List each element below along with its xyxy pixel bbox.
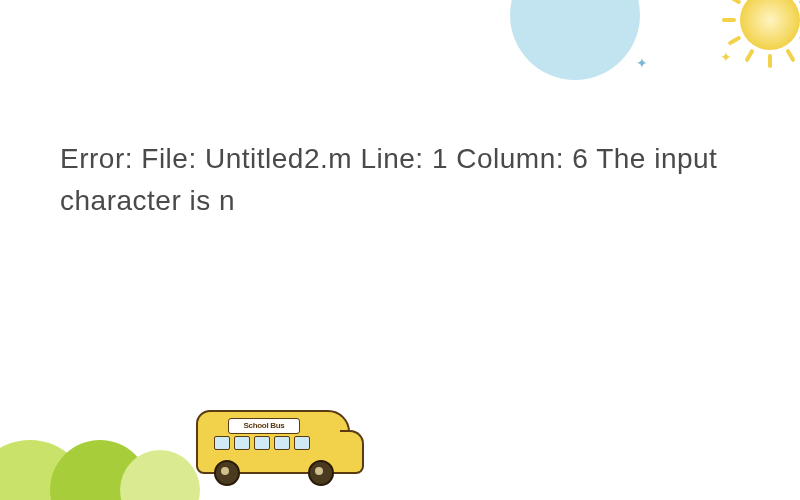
error-line-no: 1 [432, 143, 448, 174]
error-file-label: File: [141, 143, 196, 174]
bus-window-icon [214, 436, 230, 450]
star-icon: ✦ [636, 56, 650, 70]
wheel-icon [308, 460, 334, 486]
sun-ray-icon [722, 18, 736, 22]
error-column-no: 6 [572, 143, 588, 174]
error-prefix: Error: [60, 143, 133, 174]
page-background: ✦ ✦ Error: File: Untitled2.m Line: 1 Col… [0, 0, 800, 500]
star-icon: ✦ [720, 50, 734, 64]
sun-icon [740, 0, 800, 50]
bus-window-icon [254, 436, 270, 450]
error-file-name: Untitled2.m [205, 143, 352, 174]
bus-front-icon [340, 430, 364, 474]
bus-window-icon [274, 436, 290, 450]
error-message: Error: File: Untitled2.m Line: 1 Column:… [60, 138, 740, 222]
sun-ray-icon [744, 48, 754, 62]
sun-ray-icon [768, 54, 772, 68]
bus-window-icon [234, 436, 250, 450]
sun-ray-icon [727, 0, 741, 5]
error-column-label: Column: [456, 143, 564, 174]
bus-window-icon [294, 436, 310, 450]
wheel-icon [214, 460, 240, 486]
school-bus-decor: School Bus [190, 398, 360, 488]
bush-decor [0, 410, 200, 500]
sky-circle-decor [510, 0, 640, 80]
sun-ray-icon [727, 35, 741, 45]
sun-ray-icon [785, 48, 795, 62]
error-line-label: Line: [360, 143, 423, 174]
bus-sign-label: School Bus [228, 418, 300, 434]
